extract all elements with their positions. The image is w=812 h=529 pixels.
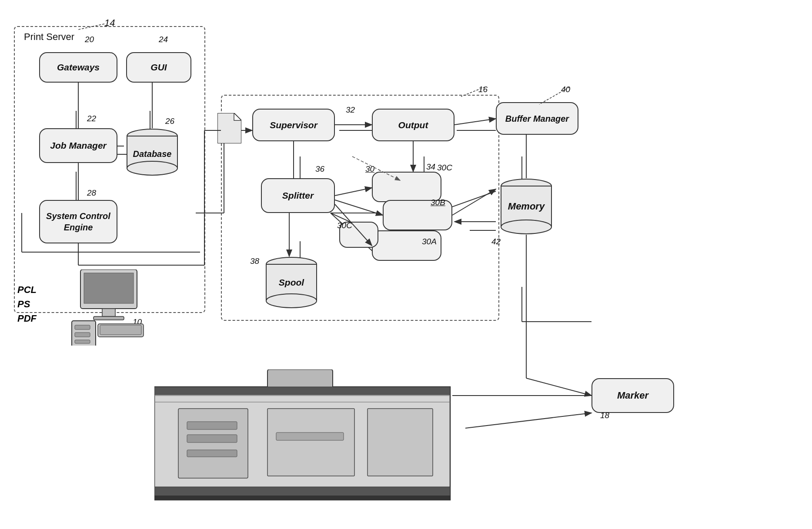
svg-point-36 — [266, 294, 317, 308]
spool-label: Spool — [279, 277, 304, 288]
database-cylinder: Database — [122, 128, 183, 176]
ref-30c-bot: 30C — [337, 221, 352, 230]
svg-rect-50 — [100, 325, 141, 335]
gateways-box: Gateways — [39, 52, 117, 83]
output-label: Output — [398, 119, 428, 131]
print-server-label: Print Server — [24, 31, 74, 43]
diagram-container: Print Server Gateways GUI Job Manager Sy… — [0, 0, 812, 529]
job-manager-box: Job Manager — [39, 128, 117, 163]
printer-illustration — [154, 369, 468, 515]
ref-16: 16 — [478, 85, 488, 94]
ref-40: 40 — [561, 85, 570, 94]
buffer-manager-box: Buffer Manager — [496, 102, 578, 135]
svg-rect-42 — [84, 273, 134, 303]
computer-illustration — [67, 269, 154, 347]
ref-24: 24 — [159, 35, 168, 44]
svg-rect-58 — [187, 435, 237, 442]
gui-box: GUI — [126, 52, 191, 83]
supervisor-label: Supervisor — [270, 119, 317, 131]
ref-20: 20 — [85, 35, 94, 44]
format-pdf: PDF — [17, 311, 37, 326]
splitter-label: Splitter — [282, 190, 314, 201]
svg-line-89 — [526, 378, 591, 396]
database-label: Database — [133, 149, 172, 159]
ref-30b: 30B — [431, 198, 445, 207]
format-labels: PCL PS PDF — [17, 283, 37, 326]
svg-rect-54 — [154, 487, 450, 496]
ref-30c-top: 30C — [437, 163, 452, 173]
marker-box: Marker — [591, 378, 674, 413]
ref-18: 18 — [600, 411, 609, 420]
output-box: Output — [372, 109, 454, 141]
gateways-label: Gateways — [57, 61, 100, 73]
ref-14: 14 — [104, 17, 115, 29]
svg-line-90 — [465, 413, 591, 428]
ref-30a: 30A — [422, 237, 437, 246]
svg-rect-48 — [75, 340, 90, 343]
svg-rect-44 — [94, 316, 124, 320]
ref-36: 36 — [315, 164, 324, 174]
spool-cylinder: Spool — [261, 256, 322, 309]
buffer-manager-label: Buffer Manager — [505, 113, 569, 124]
svg-rect-61 — [276, 433, 344, 440]
ref-28: 28 — [87, 188, 96, 198]
gui-label: GUI — [150, 61, 167, 73]
svg-rect-62 — [368, 409, 433, 476]
format-pcl: PCL — [17, 283, 37, 297]
memory-cylinder: Memory — [496, 178, 557, 235]
ref-32: 32 — [346, 105, 355, 115]
ref-38: 38 — [250, 256, 259, 266]
svg-marker-40 — [234, 113, 241, 120]
svg-rect-43 — [102, 309, 115, 316]
svg-rect-46 — [75, 325, 90, 329]
splitter-box: Splitter — [261, 178, 335, 213]
svg-rect-56 — [178, 409, 248, 478]
ref-34: 34 — [426, 162, 435, 172]
svg-point-26 — [127, 161, 177, 175]
system-control-engine-box: System Control Engine — [39, 200, 117, 243]
ref-22: 22 — [87, 114, 96, 123]
svg-rect-59 — [187, 450, 237, 457]
system-control-engine-label: System Control Engine — [46, 210, 110, 233]
svg-rect-47 — [75, 333, 90, 337]
ref-42: 42 — [491, 237, 501, 246]
memory-label: Memory — [508, 201, 545, 212]
ref-30: 30 — [365, 164, 374, 174]
svg-rect-57 — [187, 422, 237, 429]
svg-rect-53 — [154, 387, 450, 395]
svg-rect-55 — [154, 496, 450, 500]
svg-point-31 — [501, 220, 551, 234]
job-manager-label: Job Manager — [50, 140, 107, 151]
svg-rect-52 — [267, 369, 333, 389]
ref-26: 26 — [165, 116, 174, 126]
supervisor-box: Supervisor — [252, 109, 335, 141]
format-ps: PS — [17, 297, 37, 311]
svg-rect-60 — [267, 409, 354, 476]
document-icon — [217, 113, 241, 145]
marker-label: Marker — [617, 389, 648, 402]
